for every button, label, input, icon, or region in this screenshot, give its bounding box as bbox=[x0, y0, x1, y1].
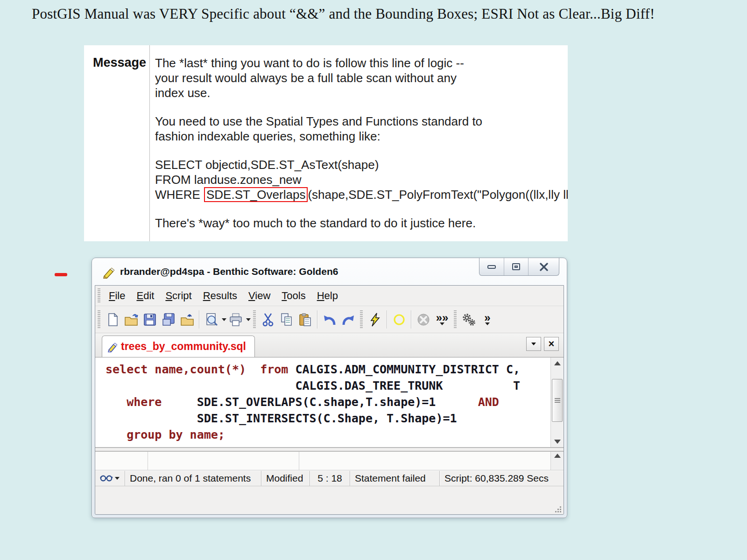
toolbar-drag-grip[interactable] bbox=[360, 310, 363, 329]
red-dash-annotation bbox=[55, 273, 67, 276]
save-icon[interactable] bbox=[141, 310, 159, 329]
menu-script[interactable]: Script bbox=[160, 288, 197, 304]
scroll-down-button[interactable] bbox=[551, 436, 564, 447]
sql-where-suffix: (shape,SDE.ST_PolyFromText("Polygon((llx… bbox=[308, 188, 568, 202]
undo-icon[interactable] bbox=[320, 310, 339, 329]
close-icon: × bbox=[549, 339, 555, 349]
message-sql-line: WHERE SDE.ST_Overlaps(shape,SDE.ST_PolyF… bbox=[155, 187, 568, 202]
tab-list-dropdown-button[interactable] bbox=[526, 337, 541, 351]
toolbar-overflow-chevron-2[interactable]: » bbox=[478, 310, 497, 329]
tab-label: trees_by_community.sql bbox=[121, 340, 246, 353]
sql-line-5: group by name; bbox=[106, 427, 550, 443]
execute-script-icon[interactable] bbox=[366, 310, 384, 329]
chevron-down-icon bbox=[115, 477, 120, 480]
resize-grip-icon[interactable] bbox=[554, 505, 562, 513]
status-modified: Modified bbox=[261, 471, 310, 486]
print-icon[interactable] bbox=[226, 310, 245, 329]
slide-title: PostGIS Manual was VERY Specific about “… bbox=[32, 6, 718, 22]
sql-line-1: select name,count(*) from CALGIS.ADM_COM… bbox=[106, 361, 550, 378]
print-preview-icon[interactable] bbox=[202, 310, 221, 329]
app-pencil-icon bbox=[102, 266, 115, 279]
restore-button[interactable] bbox=[504, 258, 528, 275]
menu-drag-grip[interactable] bbox=[98, 288, 100, 302]
arrow-down-icon bbox=[554, 440, 561, 444]
menu-edit[interactable]: Edit bbox=[131, 288, 160, 304]
message-panel: Message The *last* thing you want to do … bbox=[84, 45, 568, 241]
tab-pencil-icon bbox=[107, 341, 118, 352]
copy-icon[interactable] bbox=[277, 310, 296, 329]
close-button[interactable] bbox=[528, 258, 559, 275]
message-text-line: your result would always be a full table… bbox=[155, 70, 568, 85]
tab-close-button[interactable]: × bbox=[544, 337, 559, 351]
message-sql-line: SELECT objectid,SDE.ST_AsText(shape) bbox=[155, 157, 568, 172]
menu-tools[interactable]: Tools bbox=[276, 288, 311, 304]
menu-file[interactable]: File bbox=[103, 288, 131, 304]
sql-line-3: where SDE.ST_OVERLAPS(C.shape,T.shape)=1… bbox=[106, 394, 550, 410]
toolbar: »» » bbox=[95, 306, 564, 333]
message-sql-line: FROM landuse.zones_new bbox=[155, 172, 568, 187]
paragraph-gap bbox=[155, 144, 568, 157]
toolbar-separator bbox=[411, 310, 412, 329]
glasses-icon bbox=[100, 474, 113, 483]
close-icon bbox=[539, 263, 549, 271]
message-label: Message bbox=[93, 56, 145, 70]
print-preview-dropdown-icon[interactable] bbox=[222, 318, 226, 321]
message-text-line: You need to use the Spatial Types and Fu… bbox=[155, 114, 568, 129]
chevron-down-icon bbox=[531, 343, 536, 345]
scroll-up-button[interactable] bbox=[551, 357, 564, 369]
open-file-icon[interactable] bbox=[122, 310, 141, 329]
toolbar-overflow-chevron[interactable]: »» bbox=[433, 310, 451, 329]
window-title: rbrander@pd4spa - Benthic Software: Gold… bbox=[120, 266, 338, 277]
grid-column-divider bbox=[299, 452, 299, 470]
menu-view[interactable]: View bbox=[243, 288, 276, 304]
app-window: rbrander@pd4spa - Benthic Software: Gold… bbox=[92, 258, 567, 518]
grid-column-divider bbox=[148, 452, 148, 470]
cut-icon[interactable] bbox=[259, 310, 277, 329]
print-dropdown-icon[interactable] bbox=[246, 318, 251, 321]
message-column-divider bbox=[149, 45, 150, 241]
macro-gears-icon[interactable] bbox=[459, 310, 478, 329]
editor-vertical-scrollbar[interactable] bbox=[550, 357, 564, 447]
paragraph-gap bbox=[155, 100, 568, 114]
minimize-icon bbox=[487, 265, 496, 269]
toolbar-drag-grip[interactable] bbox=[98, 310, 100, 329]
sql-where-prefix: WHERE bbox=[155, 188, 204, 202]
window-controls bbox=[479, 258, 559, 276]
scrollbar-thumb[interactable] bbox=[552, 379, 563, 422]
minimize-button[interactable] bbox=[479, 258, 504, 275]
stop-icon[interactable] bbox=[414, 310, 433, 329]
status-statement-failed: Statement failed bbox=[350, 471, 440, 486]
status-script-time: Script: 60,835.289 Secs bbox=[440, 471, 564, 486]
sql-line-2: CALGIS.DAS_TREE_TRUNK T bbox=[106, 378, 550, 394]
message-body: The *last* thing you want to do is follo… bbox=[155, 56, 568, 236]
tab-bar: trees_by_community.sql × bbox=[95, 333, 564, 357]
arrow-up-icon bbox=[554, 361, 561, 365]
new-document-icon[interactable] bbox=[103, 310, 122, 329]
bottom-message-bar bbox=[95, 486, 564, 514]
menu-help[interactable]: Help bbox=[311, 288, 344, 304]
scrollbar-track[interactable] bbox=[551, 369, 564, 436]
close-folder-icon[interactable] bbox=[178, 310, 197, 329]
toolbar-drag-grip[interactable] bbox=[454, 310, 457, 329]
window-titlebar[interactable]: rbrander@pd4spa - Benthic Software: Gold… bbox=[92, 258, 567, 285]
toolbar-separator bbox=[199, 310, 200, 329]
sql-code[interactable]: select name,count(*) from CALGIS.ADM_COM… bbox=[95, 357, 550, 447]
paste-icon[interactable] bbox=[296, 310, 315, 329]
message-text-line: There's *way* too much to the standard t… bbox=[155, 216, 568, 231]
sql-line-4: SDE.ST_INTERSECTS(C.Shape, T.Shape)=1 bbox=[106, 410, 550, 427]
tab-trees-by-community[interactable]: trees_by_community.sql bbox=[102, 336, 255, 357]
status-glasses-section[interactable] bbox=[95, 471, 125, 486]
pane-splitter[interactable] bbox=[95, 447, 564, 452]
sql-editor[interactable]: select name,count(*) from CALGIS.ADM_COM… bbox=[95, 357, 564, 447]
arrow-up-icon bbox=[554, 454, 561, 458]
save-all-icon[interactable] bbox=[159, 310, 178, 329]
record-marker-icon[interactable] bbox=[390, 310, 409, 329]
toolbar-separator bbox=[317, 310, 318, 329]
menu-results[interactable]: Results bbox=[197, 288, 243, 304]
redo-icon[interactable] bbox=[339, 310, 358, 329]
message-text-line: The *last* thing you want to do is follo… bbox=[155, 56, 568, 70]
thumb-grip-icon bbox=[555, 398, 560, 403]
results-scroll-up-button[interactable] bbox=[550, 452, 564, 470]
st-overlaps-highlight-box: SDE.ST_Overlaps bbox=[204, 187, 308, 202]
toolbar-drag-grip[interactable] bbox=[253, 310, 256, 329]
